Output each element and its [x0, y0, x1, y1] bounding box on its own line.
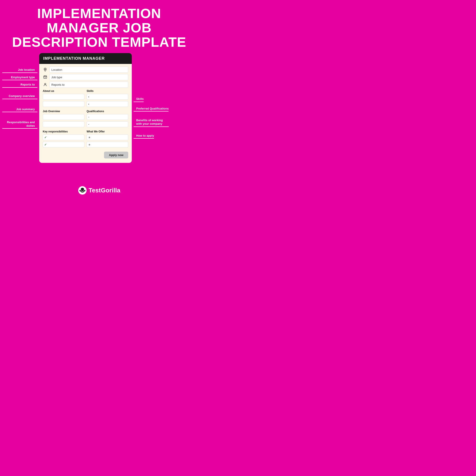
left-label-company-overview: Company overview: [2, 94, 37, 99]
what-we-offer-group: What We Offer: [87, 130, 128, 148]
reports-to-field[interactable]: Reports to: [49, 82, 128, 88]
page-wrapper: IMPLEMENTATION MANAGER JOB DESCRIPTION T…: [0, 0, 198, 198]
location-icon: [43, 67, 48, 72]
job-type-icon: [43, 75, 48, 80]
reports-to-icon: [43, 82, 48, 87]
svg-point-20: [81, 188, 84, 191]
job-type-row: Job type: [43, 74, 128, 80]
gorilla-icon: [78, 186, 87, 195]
what-we-offer-label: What We Offer: [87, 130, 128, 133]
location-field[interactable]: Location: [49, 67, 128, 73]
about-us-field-2[interactable]: [43, 101, 85, 107]
card-header: IMPLEMENTATION MANAGER: [39, 53, 132, 64]
skills-group: Skills: [87, 89, 128, 107]
main-title: IMPLEMENTATION MANAGER JOB DESCRIPTION T…: [9, 6, 189, 49]
right-label-preferred-qualifications: Preferred Qualifications: [134, 107, 169, 112]
left-label-job-location: Job location: [2, 68, 37, 73]
right-label-skills: Skills: [134, 97, 144, 102]
job-type-field[interactable]: Job type: [49, 74, 128, 80]
brand-name: TestGorilla: [89, 187, 120, 194]
skills-field-1[interactable]: [87, 94, 128, 100]
job-overview-group: Job Overview: [43, 110, 85, 128]
job-overview-field-2[interactable]: [43, 121, 85, 127]
grid-sections: About us Skills Job Overview: [43, 89, 128, 148]
key-responsibilities-field-1[interactable]: [43, 135, 85, 140]
title-section: IMPLEMENTATION MANAGER JOB DESCRIPTION T…: [0, 0, 198, 53]
qualifications-group: Qualifications: [87, 110, 128, 128]
key-responsibilities-group: Key responsibilities: [43, 130, 85, 148]
job-overview-label: Job Overview: [43, 110, 85, 113]
left-label-job-summary: Job summary: [2, 107, 37, 112]
left-label-employment-type: Employment type: [2, 76, 37, 80]
qualifications-label: Qualifications: [87, 110, 128, 113]
svg-point-6: [45, 83, 46, 85]
left-label-reports-to: Reports to: [2, 83, 37, 88]
what-we-offer-field-1[interactable]: [87, 135, 128, 140]
about-us-label: About us: [43, 89, 85, 93]
skills-field-2[interactable]: [87, 101, 128, 107]
svg-point-18: [80, 190, 81, 191]
svg-point-0: [45, 69, 46, 70]
reports-to-row: Reports to: [43, 82, 128, 88]
left-label-responsibilities: Responsibilities and duties: [2, 120, 37, 129]
footer-logo: TestGorilla: [78, 186, 120, 195]
job-overview-field-1[interactable]: [43, 114, 85, 120]
content-area: Job location Employment type Reports to …: [0, 53, 198, 183]
center-card: IMPLEMENTATION MANAGER Location: [39, 53, 132, 163]
right-labels: Skills Preferred Qualifications Benefits…: [134, 53, 169, 143]
location-row: Location: [43, 67, 128, 73]
right-label-how-to-apply: How to apply: [134, 134, 154, 139]
right-label-benefits: Benefits of working with your company: [134, 119, 169, 127]
card-body: Location Job ty: [39, 64, 132, 150]
key-responsibilities-label: Key responsibilities: [43, 130, 85, 133]
apply-now-button[interactable]: Apply now: [104, 152, 128, 158]
svg-point-19: [84, 190, 85, 191]
footer: TestGorilla: [0, 183, 198, 198]
about-us-group: About us: [43, 89, 85, 107]
left-labels: Job location Employment type Reports to …: [2, 53, 37, 131]
what-we-offer-field-2[interactable]: [87, 142, 128, 147]
skills-label: Skills: [87, 89, 128, 93]
apply-container: Apply now: [39, 150, 132, 158]
qualifications-field-2[interactable]: [87, 121, 128, 127]
qualifications-field-1[interactable]: [87, 114, 128, 120]
about-us-field-1[interactable]: [43, 94, 85, 100]
key-responsibilities-field-2[interactable]: [43, 142, 85, 147]
svg-point-5: [45, 77, 46, 78]
